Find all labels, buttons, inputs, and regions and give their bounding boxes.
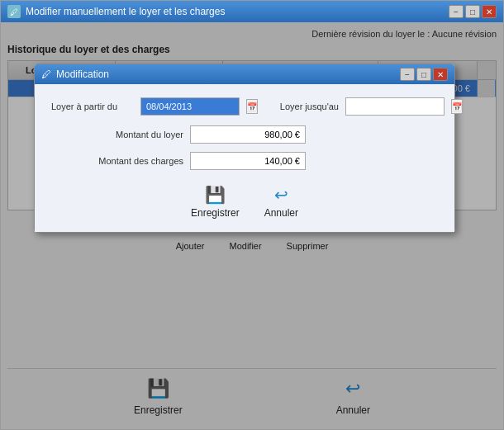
montant-label: Montant du loyer <box>68 130 183 139</box>
modal-cancel-label: Annuler <box>264 207 298 219</box>
modal-row-1: Loyer à partir du 📅 Loyer jusqu'au 📅 <box>51 97 438 116</box>
window-title: Modifier manuellement le loyer et les ch… <box>26 6 225 17</box>
modal-buttons: 💾 Enregistrer ↩ Annuler <box>51 178 438 222</box>
title-bar-controls: − □ ✕ <box>449 5 497 18</box>
modal-minimize-button[interactable]: − <box>400 68 415 81</box>
modal-window-icon: 🖊 <box>41 69 51 80</box>
modal-save-icon: 💾 <box>205 185 226 205</box>
minimize-button[interactable]: − <box>449 5 464 18</box>
close-button[interactable]: ✕ <box>482 5 497 18</box>
montant-input[interactable] <box>190 125 306 144</box>
charges-label: Montant des charges <box>68 156 183 166</box>
modal-restore-button[interactable]: □ <box>416 68 431 81</box>
window-body: Dernière révision du loyer le : Aucune r… <box>1 22 503 429</box>
modal-close-button[interactable]: ✕ <box>433 68 448 81</box>
title-bar-left: 🖊 Modifier manuellement le loyer et les … <box>7 5 225 18</box>
loyer-from-label: Loyer à partir du <box>51 102 134 111</box>
modal-title-left: 🖊 Modification <box>41 69 109 80</box>
modal-controls: − □ ✕ <box>400 68 448 81</box>
modal-body: Loyer à partir du 📅 Loyer jusqu'au 📅 Mon… <box>35 84 454 232</box>
modal-cancel-icon: ↩ <box>274 185 288 205</box>
modal-dialog: 🖊 Modification − □ ✕ Loyer à partir du <box>34 64 455 233</box>
modal-overlay: 🖊 Modification − □ ✕ Loyer à partir du <box>1 22 503 429</box>
loyer-to-input[interactable] <box>345 97 445 116</box>
modal-row-3: Montant des charges <box>51 152 438 170</box>
main-window: 🖊 Modifier manuellement le loyer et les … <box>0 0 504 430</box>
restore-button[interactable]: □ <box>465 5 480 18</box>
calendar-to-icon[interactable]: 📅 <box>451 99 463 114</box>
modal-title: Modification <box>56 69 109 80</box>
calendar-from-icon[interactable]: 📅 <box>246 99 258 114</box>
window-icon: 🖊 <box>7 5 21 18</box>
title-bar: 🖊 Modifier manuellement le loyer et les … <box>1 1 503 22</box>
loyer-from-input[interactable] <box>140 97 240 116</box>
modal-save-button[interactable]: 💾 Enregistrer <box>191 185 240 219</box>
modal-title-bar: 🖊 Modification − □ ✕ <box>35 64 454 84</box>
loyer-to-label: Loyer jusqu'au <box>264 102 339 111</box>
modal-save-label: Enregistrer <box>191 207 240 219</box>
modal-row-2: Montant du loyer <box>51 125 438 144</box>
modal-cancel-button[interactable]: ↩ Annuler <box>264 185 298 219</box>
charges-input[interactable] <box>190 152 306 170</box>
